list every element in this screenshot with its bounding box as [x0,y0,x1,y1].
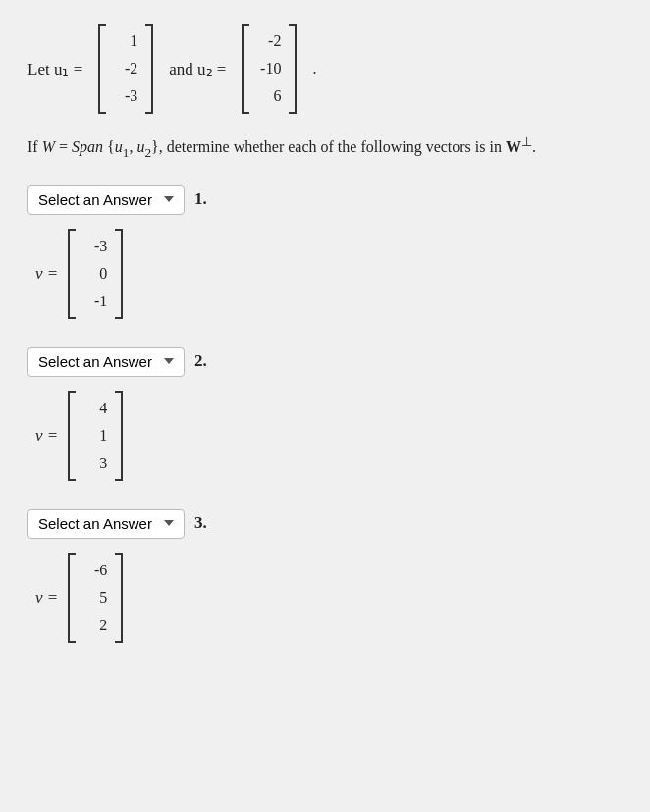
u1-values: 1 -2 -3 [106,24,145,114]
question-3-answer-row: Select an Answer Yes No 3. [27,509,623,539]
q1-right-bracket [115,229,123,319]
q3-v-matrix: -6 5 2 [68,553,123,643]
period: . [312,60,316,78]
question-1-answer-row: Select an Answer Yes No 1. [27,185,623,215]
q1-v-val-3: -1 [83,290,107,313]
question-3-dropdown[interactable]: Select an Answer Yes No [27,509,185,539]
right-bracket-u1 [145,24,153,114]
question-1-vector: v = -3 0 -1 [35,229,623,319]
u2-val-2: -10 [257,57,281,81]
q2-left-bracket [68,391,76,481]
left-bracket-u1 [98,24,106,114]
q3-v-values: -6 5 2 [76,553,115,643]
q3-v-val-3: 2 [83,614,107,637]
u1-val-2: -2 [114,57,137,81]
question-3-block: Select an Answer Yes No 3. v = -6 5 2 [27,509,623,643]
question-1-number: 1. [194,189,207,209]
q1-v-matrix: -3 0 -1 [68,229,123,319]
question-2-block: Select an Answer Yes No 2. v = 4 1 3 [27,347,623,481]
q1-v-label: v = [35,264,58,284]
q1-v-val-1: -3 [83,235,107,258]
description-text: If W = Span {u1, u2}, determine whether … [27,132,623,163]
q2-v-val-2: 1 [83,424,107,448]
q2-v-val-3: 3 [83,452,107,475]
question-2-dropdown[interactable]: Select an Answer Yes No [27,347,185,377]
q3-v-val-1: -6 [83,559,107,582]
q3-v-label: v = [35,588,58,608]
question-3-number: 3. [194,514,207,533]
let-u1-label: Let u₁ = [27,59,82,80]
question-2-number: 2. [194,352,207,371]
u2-val-1: -2 [257,29,281,53]
question-2-answer-row: Select an Answer Yes No 2. [27,347,623,377]
question-3-vector: v = -6 5 2 [35,553,623,643]
q2-v-label: v = [35,426,58,446]
q1-left-bracket [68,229,76,319]
q3-right-bracket [115,553,123,643]
and-u2-label: and u₂ = [169,59,226,80]
u2-val-3: 6 [257,84,281,108]
q2-v-matrix: 4 1 3 [68,391,123,481]
q2-right-bracket [115,391,123,481]
u1-val-1: 1 [114,29,137,53]
q2-v-val-1: 4 [83,397,107,420]
question-2-vector: v = 4 1 3 [35,391,623,481]
u2-matrix: -2 -10 6 [242,24,297,114]
intro-line: Let u₁ = 1 -2 -3 and u₂ = -2 -10 6 . [27,24,623,114]
u2-values: -2 -10 6 [249,24,289,114]
q2-v-values: 4 1 3 [76,391,115,481]
u1-val-3: -3 [114,84,137,108]
q3-v-val-2: 5 [83,586,107,610]
q1-v-values: -3 0 -1 [76,229,115,319]
q3-left-bracket [68,553,76,643]
u1-matrix: 1 -2 -3 [98,24,153,114]
q1-v-val-2: 0 [83,262,107,286]
right-bracket-u2 [289,24,297,114]
left-bracket-u2 [242,24,249,114]
question-1-dropdown[interactable]: Select an Answer Yes No [27,185,185,215]
question-1-block: Select an Answer Yes No 1. v = -3 0 -1 [27,185,623,319]
